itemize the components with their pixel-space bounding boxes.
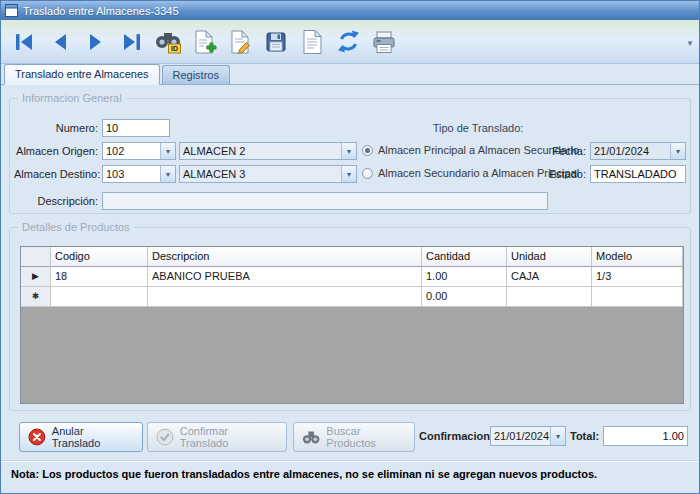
tab-registros[interactable]: Registros <box>162 65 230 84</box>
almacen-origen-label: Almacen Origen: <box>14 145 98 157</box>
dropdown-arrow-icon[interactable]: ▾ <box>550 427 565 445</box>
confirmacion-datepicker[interactable]: 21/01/2024 ▾ <box>490 426 566 446</box>
grid-cell-descripcion[interactable]: ABANICO PRUEBA <box>148 267 422 287</box>
row-selector[interactable]: ▶ <box>21 267 51 287</box>
grid-cell-modelo[interactable]: 1/3 <box>592 267 683 287</box>
confirmar-translado-button[interactable]: Confirmar Translado <box>147 422 287 452</box>
almacen-origen-name-combo[interactable]: ALMACEN 2 ▾ <box>179 142 357 160</box>
total-input[interactable] <box>603 426 688 446</box>
search-id-button[interactable]: ID <box>151 24 185 60</box>
row-selector[interactable]: ✱ <box>21 287 51 307</box>
group-title: Detalles de Productos <box>18 221 134 233</box>
last-record-icon <box>119 29 145 55</box>
confirmacion-label: Confirmacion: <box>419 430 494 442</box>
almacen-origen-name-value: ALMACEN 2 <box>180 143 341 159</box>
new-row-icon: ✱ <box>32 291 40 301</box>
last-record-button[interactable] <box>115 24 149 60</box>
group-detalles-productos: Detalles de Productos Codigo Descripcion… <box>9 227 691 411</box>
confirmacion-value: 21/01/2024 <box>491 427 550 445</box>
next-record-button[interactable] <box>79 24 113 60</box>
almacen-destino-code-combo[interactable]: 103 ▾ <box>102 165 176 183</box>
check-icon <box>156 428 174 446</box>
grid-row: ▶ 18 ABANICO PRUEBA 1.00 CAJA 1/3 <box>21 267 683 287</box>
fecha-value: 21/01/2024 <box>591 143 670 159</box>
new-record-icon <box>191 29 217 55</box>
total-label: Total: <box>570 430 599 442</box>
svg-text:ID: ID <box>171 45 178 52</box>
grid-cell-codigo[interactable]: 18 <box>51 267 148 287</box>
refresh-icon <box>336 29 361 54</box>
fecha-label: Fecha: <box>506 145 586 157</box>
almacen-origen-code-combo[interactable]: 102 ▾ <box>102 142 176 160</box>
save-icon <box>264 30 288 54</box>
grid-cell-modelo[interactable] <box>592 287 683 307</box>
previous-record-button[interactable] <box>43 24 77 60</box>
chevron-down-icon: ▾ <box>688 38 693 48</box>
toolbar: ID <box>1 20 699 64</box>
tab-translado-entre-almacenes[interactable]: Translado entre Almacenes <box>4 64 160 85</box>
first-record-icon <box>11 29 37 55</box>
almacen-destino-code-value: 103 <box>103 166 160 182</box>
grid-new-row: ✱ 0.00 <box>21 287 683 307</box>
confirmar-translado-label: Confirmar Translado <box>180 425 278 449</box>
dropdown-arrow-icon[interactable]: ▾ <box>341 166 356 182</box>
divider <box>1 460 699 462</box>
almacen-origen-code-value: 102 <box>103 143 160 159</box>
first-record-button[interactable] <box>7 24 41 60</box>
print-icon <box>371 30 397 54</box>
group-informacion-general: Informacion General Numero: Tipo de Tran… <box>9 98 691 214</box>
fecha-datepicker[interactable]: 21/01/2024 ▾ <box>590 142 686 160</box>
dropdown-arrow-icon[interactable]: ▾ <box>160 166 175 182</box>
app-icon <box>5 4 18 17</box>
almacen-destino-label: Almacen Destino: <box>14 168 98 180</box>
grid-cell-cantidad[interactable]: 0.00 <box>422 287 507 307</box>
column-header-descripcion[interactable]: Descripcion <box>148 247 422 267</box>
products-grid: Codigo Descripcion Cantidad Unidad Model… <box>20 246 684 404</box>
numero-label: Numero: <box>14 122 98 134</box>
tabstrip: Translado entre Almacenes Registros <box>1 64 699 85</box>
numero-input[interactable] <box>102 119 170 137</box>
estado-label: Estado: <box>506 168 586 180</box>
grid-cell-codigo[interactable] <box>51 287 148 307</box>
note-text: Nota: Los productos que fueron translada… <box>11 468 597 480</box>
titlebar[interactable]: Traslado entre Almacenes-3345 <box>1 1 699 20</box>
descripcion-label: Descripción: <box>14 195 98 207</box>
window-title: Traslado entre Almacenes-3345 <box>23 5 179 17</box>
estado-input[interactable] <box>590 165 686 183</box>
grid-corner-cell[interactable] <box>21 247 51 267</box>
grid-cell-unidad[interactable]: CAJA <box>507 267 592 287</box>
almacen-destino-name-combo[interactable]: ALMACEN 3 ▾ <box>179 165 357 183</box>
previous-record-icon <box>47 29 73 55</box>
new-record-button[interactable] <box>187 24 221 60</box>
save-record-button[interactable] <box>259 24 293 60</box>
grid-empty-area <box>21 307 683 403</box>
grid-cell-cantidad[interactable]: 1.00 <box>422 267 507 287</box>
radio-selected-icon <box>362 145 373 156</box>
dropdown-arrow-icon[interactable]: ▾ <box>670 143 685 159</box>
descripcion-input[interactable] <box>102 192 548 210</box>
grid-cell-unidad[interactable] <box>507 287 592 307</box>
document-preview-button[interactable] <box>295 24 329 60</box>
grid-cell-descripcion[interactable] <box>148 287 422 307</box>
binoculars-icon <box>302 429 320 445</box>
cancel-icon <box>28 428 46 446</box>
next-record-icon <box>83 29 109 55</box>
search-id-icon: ID <box>154 29 182 55</box>
column-header-modelo[interactable]: Modelo <box>592 247 683 267</box>
column-header-unidad[interactable]: Unidad <box>507 247 592 267</box>
grid-header-row: Codigo Descripcion Cantidad Unidad Model… <box>21 247 683 267</box>
edit-record-button[interactable] <box>223 24 257 60</box>
group-title: Informacion General <box>18 92 126 104</box>
dropdown-arrow-icon[interactable]: ▾ <box>341 143 356 159</box>
column-header-codigo[interactable]: Codigo <box>51 247 148 267</box>
anular-translado-button[interactable]: Anular Translado <box>19 422 143 452</box>
anular-translado-label: Anular Translado <box>52 425 134 449</box>
toolbar-overflow-button[interactable]: ▾ <box>684 38 696 48</box>
refresh-button[interactable] <box>331 24 365 60</box>
print-button[interactable] <box>367 24 401 60</box>
buscar-productos-button[interactable]: Buscar Productos <box>293 422 415 452</box>
column-header-cantidad[interactable]: Cantidad <box>422 247 507 267</box>
dropdown-arrow-icon[interactable]: ▾ <box>160 143 175 159</box>
current-row-icon: ▶ <box>32 271 39 281</box>
edit-record-icon <box>227 29 253 55</box>
